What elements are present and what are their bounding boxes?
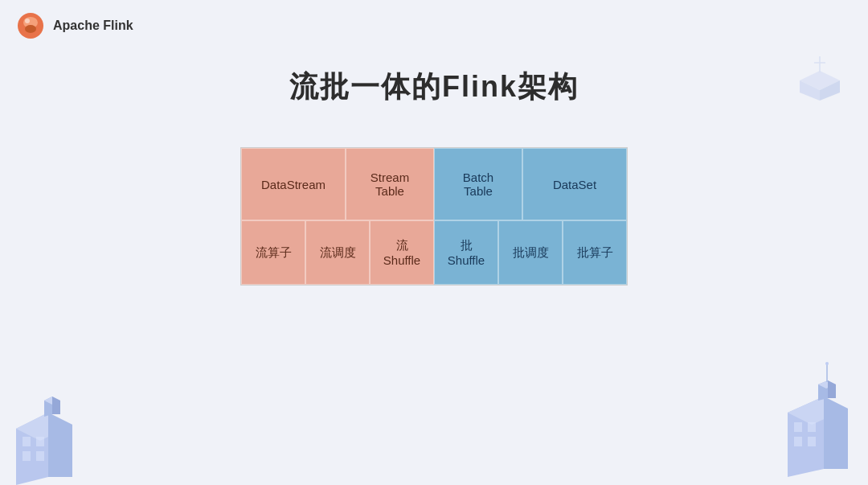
cell-pi-shuffle: 批Shuffle	[434, 220, 498, 285]
architecture-diagram: DataStream StreamTable BatchTable DataSe…	[240, 147, 628, 286]
svg-marker-23	[828, 380, 836, 398]
svg-marker-16	[824, 397, 848, 469]
flink-logo	[16, 11, 45, 40]
cell-pi-tiaodu: 批调度	[498, 220, 563, 285]
cell-batch-table: BatchTable	[434, 148, 522, 220]
main-content: 流批一体的Flink架构 DataStream StreamTable Batc…	[0, 51, 868, 286]
page-title: 流批一体的Flink架构	[289, 68, 579, 107]
cell-stream-table: StreamTable	[346, 148, 434, 220]
decorative-building-right	[764, 356, 868, 485]
svg-point-25	[825, 362, 829, 365]
svg-rect-10	[36, 451, 44, 461]
cell-liu-shuffle: 流Shuffle	[370, 220, 434, 285]
svg-rect-8	[23, 451, 31, 461]
svg-marker-6	[48, 413, 72, 477]
svg-rect-19	[808, 422, 816, 432]
app-name: Apache Flink	[53, 18, 133, 33]
cell-liu-suanzi: 流算子	[241, 220, 305, 285]
diagram-row-1: DataStream StreamTable BatchTable DataSe…	[241, 148, 627, 220]
cell-datastream: DataStream	[241, 148, 346, 220]
svg-rect-20	[808, 437, 816, 446]
svg-rect-17	[794, 422, 802, 432]
decorative-element-top-right	[788, 48, 852, 113]
decorative-building-left	[0, 364, 96, 485]
svg-point-3	[25, 18, 30, 23]
cell-liu-tiaodu: 流调度	[305, 220, 370, 285]
svg-rect-18	[794, 437, 802, 446]
cell-dataset: DataSet	[522, 148, 627, 220]
header: Apache Flink	[0, 0, 868, 51]
svg-rect-7	[23, 437, 31, 446]
svg-rect-9	[36, 437, 44, 446]
diagram-row-2: 流算子 流调度 流Shuffle 批Shuffle 批调度 批算子	[241, 220, 627, 285]
svg-point-2	[25, 25, 36, 33]
cell-pi-suanzi: 批算子	[563, 220, 627, 285]
svg-marker-13	[52, 397, 60, 414]
